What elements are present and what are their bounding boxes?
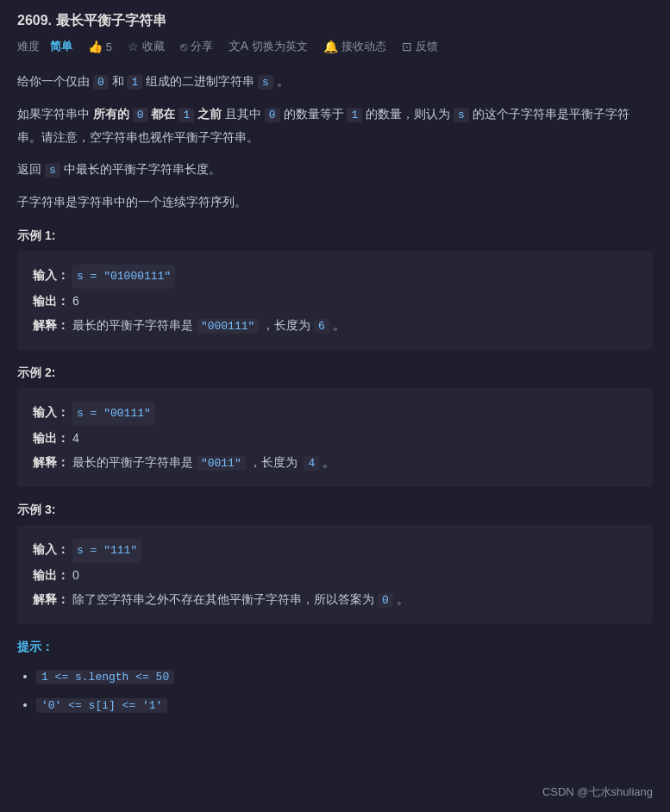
example2-explain: 解释： 最长的平衡子字符串是 "0011" ，长度为 4 。 [33,450,637,475]
problem-title: 2609. 最长平衡子字符串 [17,12,653,30]
star-icon: ☆ [128,40,139,53]
collect-button[interactable]: ☆ 收藏 [128,39,165,54]
example2-title: 示例 2: [17,365,653,381]
share-button[interactable]: ⎋ 分享 [180,39,213,54]
example3-output: 输出： 0 [33,563,637,587]
like-button[interactable]: 👍 5 [88,40,112,53]
example3-title: 示例 3: [17,503,653,518]
hints-title: 提示： [17,640,653,655]
example1-explain: 解释： 最长的平衡子字符串是 "000111" ，长度为 6 。 [33,313,637,338]
toolbar: 难度 简单 👍 5 ☆ 收藏 ⎋ 分享 文A 切换为英文 🔔 接收动态 ⊡ 反馈 [17,39,653,54]
footer-brand: CSDN @七水shuliang [542,784,653,800]
hints-section: 提示： 1 <= s.length <= 50 '0' <= s[i] <= '… [17,640,653,717]
problem-description: 给你一个仅由 0 和 1 组成的二进制字符串 s 。 如果字符串中 所有的 0 … [17,70,653,213]
subscribe-button[interactable]: 🔔 接收动态 [323,39,386,54]
difficulty-value: 简单 [50,39,72,54]
hints-list: 1 <= s.length <= 50 '0' <= s[i] <= '1' [17,664,653,717]
example1-input: 输入： s = "01000111" [33,263,637,289]
example2-input: 输入： s = "00111" [33,400,637,426]
example3-input: 输入： s = "111" [33,537,637,563]
desc-line4: 子字符串是字符串中的一个连续字符序列。 [17,191,653,214]
example3-explain: 解释： 除了空字符串之外不存在其他平衡子字符串，所以答案为 0 。 [33,587,637,612]
feedback-button[interactable]: ⊡ 反馈 [402,39,438,54]
hint-item-0: 1 <= s.length <= 50 [36,664,653,689]
bell-icon: 🔔 [323,40,338,53]
desc-line1: 给你一个仅由 0 和 1 组成的二进制字符串 s 。 [17,70,653,94]
share-icon: ⎋ [180,40,187,53]
feedback-icon: ⊡ [402,40,412,53]
difficulty-label: 难度 简单 [17,39,72,54]
example2-box: 输入： s = "00111" 输出： 4 解释： 最长的平衡子字符串是 "00… [17,388,653,487]
switch-lang-button[interactable]: 文A 切换为英文 [229,39,308,54]
hint-item-1: '0' <= s[i] <= '1' [36,692,653,717]
example3-box: 输入： s = "111" 输出： 0 解释： 除了空字符串之外不存在其他平衡子… [17,525,653,624]
example2-output: 输出： 4 [33,426,637,450]
translate-icon: 文A [229,39,248,54]
desc-line2: 如果字符串中 所有的 0 都在 1 之前 且其中 0 的数量等于 1 的数量，则… [17,103,653,149]
example1-title: 示例 1: [17,228,653,244]
desc-line3: 返回 s 中最长的平衡子字符串长度。 [17,158,653,182]
example1-output: 输出： 6 [33,289,637,313]
example1-box: 输入： s = "01000111" 输出： 6 解释： 最长的平衡子字符串是 … [17,251,653,350]
like-icon: 👍 [88,40,103,53]
